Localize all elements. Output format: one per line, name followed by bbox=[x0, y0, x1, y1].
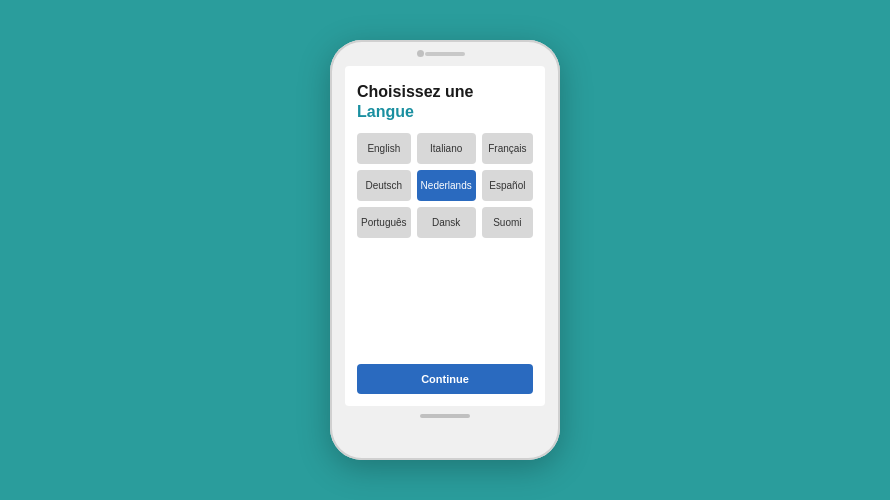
language-grid: English Italiano Français Deutsch Nederl… bbox=[357, 133, 533, 238]
phone-camera bbox=[417, 50, 424, 57]
lang-btn-dansk[interactable]: Dansk bbox=[417, 207, 476, 238]
lang-btn-nederlands[interactable]: Nederlands bbox=[417, 170, 476, 201]
title-line2: Langue bbox=[357, 103, 533, 121]
lang-btn-portugues[interactable]: Português bbox=[357, 207, 411, 238]
lang-btn-francais[interactable]: Français bbox=[482, 133, 533, 164]
lang-btn-english[interactable]: English bbox=[357, 133, 411, 164]
lang-btn-deutsch[interactable]: Deutsch bbox=[357, 170, 411, 201]
title-line1: Choisissez une bbox=[357, 82, 533, 101]
lang-btn-italiano[interactable]: Italiano bbox=[417, 133, 476, 164]
phone-speaker bbox=[425, 52, 465, 56]
phone-screen: Choisissez une Langue English Italiano F… bbox=[345, 66, 545, 406]
continue-button[interactable]: Continue bbox=[357, 364, 533, 394]
lang-btn-suomi[interactable]: Suomi bbox=[482, 207, 533, 238]
phone-frame: Choisissez une Langue English Italiano F… bbox=[330, 40, 560, 460]
lang-btn-espanol[interactable]: Español bbox=[482, 170, 533, 201]
home-indicator bbox=[420, 414, 470, 418]
